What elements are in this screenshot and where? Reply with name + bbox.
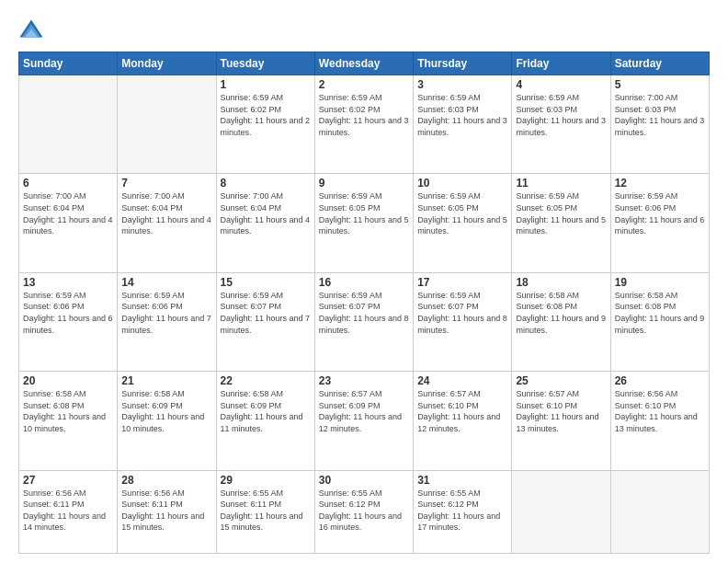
day-number: 8 — [221, 177, 311, 190]
day-number: 7 — [121, 177, 211, 190]
calendar-cell: 8Sunrise: 7:00 AMSunset: 6:04 PMDaylight… — [216, 174, 314, 272]
calendar-cell: 24Sunrise: 6:57 AMSunset: 6:10 PMDayligh… — [414, 372, 512, 470]
calendar-cell: 25Sunrise: 6:57 AMSunset: 6:10 PMDayligh… — [512, 372, 610, 470]
calendar-cell — [512, 470, 610, 553]
calendar-cell: 5Sunrise: 7:00 AMSunset: 6:03 PMDaylight… — [610, 75, 709, 174]
week-row-3: 13Sunrise: 6:59 AMSunset: 6:06 PMDayligh… — [19, 272, 710, 371]
calendar-cell — [610, 470, 709, 553]
calendar-cell: 26Sunrise: 6:56 AMSunset: 6:10 PMDayligh… — [610, 372, 709, 470]
day-number: 14 — [121, 276, 211, 289]
day-detail: Sunrise: 6:58 AMSunset: 6:09 PMDaylight:… — [221, 388, 311, 434]
calendar-cell — [118, 75, 216, 174]
day-detail: Sunrise: 6:57 AMSunset: 6:09 PMDaylight:… — [319, 388, 409, 434]
day-detail: Sunrise: 6:57 AMSunset: 6:10 PMDaylight:… — [417, 388, 507, 434]
calendar-cell: 6Sunrise: 7:00 AMSunset: 6:04 PMDaylight… — [19, 174, 118, 272]
logo — [18, 17, 48, 42]
calendar-header-monday: Monday — [118, 52, 216, 75]
day-number: 11 — [516, 177, 606, 190]
day-detail: Sunrise: 6:59 AMSunset: 6:03 PMDaylight:… — [417, 92, 507, 138]
day-detail: Sunrise: 6:58 AMSunset: 6:08 PMDaylight:… — [23, 388, 113, 434]
day-number: 9 — [319, 177, 409, 190]
calendar-header-saturday: Saturday — [610, 52, 709, 75]
day-number: 3 — [417, 78, 507, 91]
day-detail: Sunrise: 6:59 AMSunset: 6:03 PMDaylight:… — [516, 92, 606, 138]
day-detail: Sunrise: 6:55 AMSunset: 6:11 PMDaylight:… — [221, 488, 311, 534]
calendar-header-tuesday: Tuesday — [216, 52, 314, 75]
day-detail: Sunrise: 6:55 AMSunset: 6:12 PMDaylight:… — [319, 488, 409, 534]
day-detail: Sunrise: 6:59 AMSunset: 6:02 PMDaylight:… — [221, 92, 311, 138]
day-detail: Sunrise: 7:00 AMSunset: 6:04 PMDaylight:… — [221, 190, 311, 236]
day-detail: Sunrise: 6:59 AMSunset: 6:02 PMDaylight:… — [319, 92, 409, 138]
day-detail: Sunrise: 6:55 AMSunset: 6:12 PMDaylight:… — [417, 488, 507, 534]
calendar-cell: 18Sunrise: 6:58 AMSunset: 6:08 PMDayligh… — [512, 272, 610, 371]
calendar-header-sunday: Sunday — [19, 52, 118, 75]
day-detail: Sunrise: 6:59 AMSunset: 6:07 PMDaylight:… — [417, 290, 507, 336]
calendar-cell: 3Sunrise: 6:59 AMSunset: 6:03 PMDaylight… — [414, 75, 512, 174]
calendar-cell: 28Sunrise: 6:56 AMSunset: 6:11 PMDayligh… — [118, 470, 216, 553]
calendar-cell: 16Sunrise: 6:59 AMSunset: 6:07 PMDayligh… — [314, 272, 413, 371]
day-number: 23 — [319, 374, 409, 387]
day-number: 1 — [221, 78, 311, 91]
day-number: 17 — [417, 276, 507, 289]
day-number: 16 — [319, 276, 409, 289]
day-number: 27 — [23, 474, 113, 487]
calendar-cell: 22Sunrise: 6:58 AMSunset: 6:09 PMDayligh… — [216, 372, 314, 470]
calendar-cell — [19, 75, 118, 174]
day-detail: Sunrise: 6:59 AMSunset: 6:05 PMDaylight:… — [319, 190, 409, 236]
calendar-cell: 15Sunrise: 6:59 AMSunset: 6:07 PMDayligh… — [216, 272, 314, 371]
day-number: 12 — [615, 177, 705, 190]
day-detail: Sunrise: 6:56 AMSunset: 6:11 PMDaylight:… — [23, 488, 113, 534]
calendar-cell: 29Sunrise: 6:55 AMSunset: 6:11 PMDayligh… — [216, 470, 314, 553]
day-number: 26 — [615, 374, 705, 387]
day-detail: Sunrise: 6:58 AMSunset: 6:09 PMDaylight:… — [121, 388, 211, 434]
calendar-cell: 14Sunrise: 6:59 AMSunset: 6:06 PMDayligh… — [118, 272, 216, 371]
calendar-cell: 31Sunrise: 6:55 AMSunset: 6:12 PMDayligh… — [414, 470, 512, 553]
calendar-cell: 19Sunrise: 6:58 AMSunset: 6:08 PMDayligh… — [610, 272, 709, 371]
day-number: 2 — [319, 78, 409, 91]
calendar-cell: 4Sunrise: 6:59 AMSunset: 6:03 PMDaylight… — [512, 75, 610, 174]
day-detail: Sunrise: 6:59 AMSunset: 6:06 PMDaylight:… — [23, 290, 113, 336]
day-number: 25 — [516, 374, 606, 387]
calendar-cell: 2Sunrise: 6:59 AMSunset: 6:02 PMDaylight… — [314, 75, 413, 174]
calendar-cell: 30Sunrise: 6:55 AMSunset: 6:12 PMDayligh… — [314, 470, 413, 553]
day-number: 20 — [23, 374, 113, 387]
calendar-cell: 12Sunrise: 6:59 AMSunset: 6:06 PMDayligh… — [610, 174, 709, 272]
calendar-cell: 7Sunrise: 7:00 AMSunset: 6:04 PMDaylight… — [118, 174, 216, 272]
calendar-cell: 11Sunrise: 6:59 AMSunset: 6:05 PMDayligh… — [512, 174, 610, 272]
day-detail: Sunrise: 6:59 AMSunset: 6:06 PMDaylight:… — [121, 290, 211, 336]
day-number: 15 — [221, 276, 311, 289]
day-number: 31 — [417, 474, 507, 487]
day-number: 10 — [417, 177, 507, 190]
day-detail: Sunrise: 6:56 AMSunset: 6:10 PMDaylight:… — [615, 388, 705, 434]
day-detail: Sunrise: 6:56 AMSunset: 6:11 PMDaylight:… — [121, 488, 211, 534]
calendar-cell: 20Sunrise: 6:58 AMSunset: 6:08 PMDayligh… — [19, 372, 118, 470]
day-number: 29 — [221, 474, 311, 487]
week-row-2: 6Sunrise: 7:00 AMSunset: 6:04 PMDaylight… — [19, 174, 710, 272]
day-number: 22 — [221, 374, 311, 387]
day-detail: Sunrise: 6:58 AMSunset: 6:08 PMDaylight:… — [615, 290, 705, 336]
day-detail: Sunrise: 7:00 AMSunset: 6:04 PMDaylight:… — [121, 190, 211, 236]
day-number: 24 — [417, 374, 507, 387]
week-row-4: 20Sunrise: 6:58 AMSunset: 6:08 PMDayligh… — [19, 372, 710, 470]
week-row-1: 1Sunrise: 6:59 AMSunset: 6:02 PMDaylight… — [19, 75, 710, 174]
day-detail: Sunrise: 6:59 AMSunset: 6:06 PMDaylight:… — [615, 190, 705, 236]
calendar-header-thursday: Thursday — [414, 52, 512, 75]
calendar-cell: 9Sunrise: 6:59 AMSunset: 6:05 PMDaylight… — [314, 174, 413, 272]
day-number: 5 — [615, 78, 705, 91]
calendar-cell: 10Sunrise: 6:59 AMSunset: 6:05 PMDayligh… — [414, 174, 512, 272]
calendar-cell: 27Sunrise: 6:56 AMSunset: 6:11 PMDayligh… — [19, 470, 118, 553]
calendar-table: SundayMondayTuesdayWednesdayThursdayFrid… — [18, 52, 710, 554]
header — [18, 17, 710, 42]
calendar-header-wednesday: Wednesday — [314, 52, 413, 75]
logo-icon — [18, 17, 44, 42]
day-detail: Sunrise: 6:57 AMSunset: 6:10 PMDaylight:… — [516, 388, 606, 434]
day-number: 4 — [516, 78, 606, 91]
calendar-header-friday: Friday — [512, 52, 610, 75]
day-detail: Sunrise: 6:59 AMSunset: 6:05 PMDaylight:… — [516, 190, 606, 236]
page: SundayMondayTuesdayWednesdayThursdayFrid… — [0, 0, 728, 563]
day-detail: Sunrise: 6:58 AMSunset: 6:08 PMDaylight:… — [516, 290, 606, 336]
day-detail: Sunrise: 7:00 AMSunset: 6:03 PMDaylight:… — [615, 92, 705, 138]
calendar-header-row: SundayMondayTuesdayWednesdayThursdayFrid… — [19, 52, 710, 75]
day-number: 30 — [319, 474, 409, 487]
day-number: 18 — [516, 276, 606, 289]
